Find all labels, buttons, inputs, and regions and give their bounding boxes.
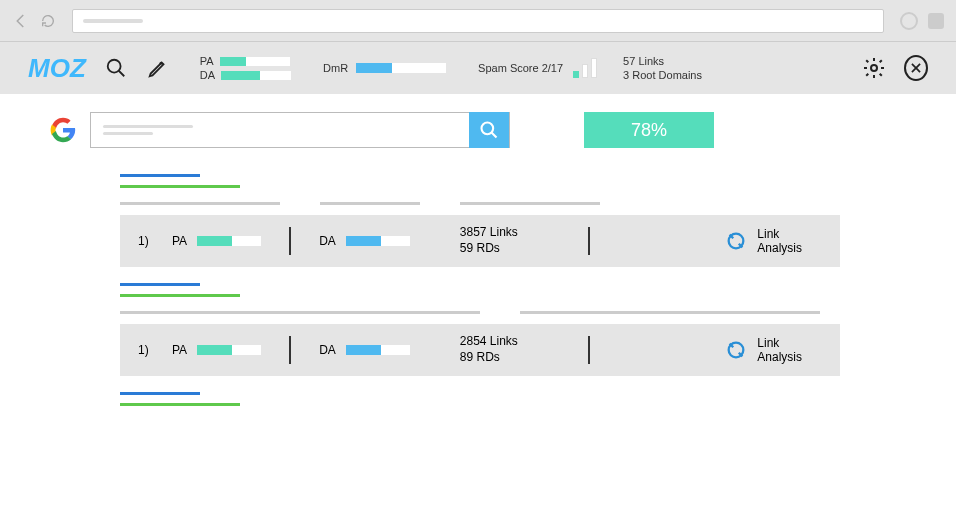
result-desc-placeholder <box>320 202 420 205</box>
url-bar[interactable] <box>72 9 884 33</box>
pa-da-group: PA DA <box>200 55 291 81</box>
links-col: 3857 Links 59 RDs <box>460 225 518 256</box>
chrome-square-icon <box>928 13 944 29</box>
svg-line-6 <box>492 133 497 138</box>
dmr-group: DmR <box>323 62 446 74</box>
result-url-placeholder <box>120 403 240 406</box>
da-bar <box>346 236 410 246</box>
result-block: 1) PA DA 2854 Links 89 RDs Link Analysis <box>120 283 906 376</box>
root-domains-count: 3 Root Domains <box>623 68 702 82</box>
pa-label: PA <box>172 343 187 357</box>
da-label: DA <box>200 69 215 81</box>
pa-bar <box>197 236 261 246</box>
spam-score: Spam Score 2/17 <box>478 58 597 78</box>
da-bar <box>221 71 291 80</box>
da-label: DA <box>319 234 336 248</box>
links-count: 57 Links <box>623 54 702 68</box>
gear-icon[interactable] <box>862 56 886 80</box>
links-col: 2854 Links 89 RDs <box>460 334 518 365</box>
svg-point-5 <box>482 123 494 135</box>
result-index: 1) <box>138 343 162 357</box>
result-desc-placeholder <box>460 202 600 205</box>
dmr-label: DmR <box>323 62 348 74</box>
spam-label: Spam Score 2/17 <box>478 62 563 74</box>
link-analysis-label: Link Analysis <box>757 336 802 365</box>
chrome-circle-icon <box>900 12 918 30</box>
close-icon[interactable] <box>904 56 928 80</box>
refresh-icon[interactable] <box>40 13 56 29</box>
result-title-placeholder <box>120 283 200 286</box>
result-url-placeholder <box>120 294 240 297</box>
pa-fill <box>220 57 247 66</box>
separator <box>289 227 291 255</box>
search-button[interactable] <box>469 112 509 148</box>
result-block: 1) PA DA 3857 Links 59 RDs Link Analysis <box>120 174 906 267</box>
search-input[interactable] <box>91 125 469 135</box>
pa-bar <box>197 345 261 355</box>
result-desc-placeholder <box>120 202 280 205</box>
link-analysis-button[interactable]: Link Analysis <box>725 227 822 256</box>
pa-label: PA <box>200 55 214 67</box>
links-count: 2854 Links <box>460 334 518 350</box>
back-icon[interactable] <box>12 12 30 30</box>
result-desc-placeholder <box>520 311 820 314</box>
da-label: DA <box>319 343 336 357</box>
result-metrics-bar: 1) PA DA 3857 Links 59 RDs Link Analysis <box>120 215 840 267</box>
results-list: 1) PA DA 3857 Links 59 RDs Link Analysis <box>120 174 906 406</box>
result-metrics-bar: 1) PA DA 2854 Links 89 RDs Link Analysis <box>120 324 840 376</box>
result-block <box>120 392 906 406</box>
separator <box>588 227 590 255</box>
da-bar <box>346 345 410 355</box>
target-icon <box>725 339 747 361</box>
browser-chrome <box>0 0 956 42</box>
result-url-placeholder <box>120 185 240 188</box>
search-row: 78% <box>50 112 906 148</box>
links-count: 3857 Links <box>460 225 518 241</box>
da-fill <box>221 71 260 80</box>
result-desc-placeholder <box>120 311 480 314</box>
dmr-fill <box>356 63 392 73</box>
svg-line-1 <box>119 71 125 77</box>
pa-label: PA <box>172 234 187 248</box>
serp-area: 78% 1) PA DA 3857 Links <box>0 94 956 406</box>
target-icon <box>725 230 747 252</box>
result-title-placeholder <box>120 392 200 395</box>
pa-bar <box>220 57 290 66</box>
percent-badge: 78% <box>584 112 714 148</box>
pencil-icon[interactable] <box>146 56 170 80</box>
separator <box>588 336 590 364</box>
spam-bars-icon <box>573 58 597 78</box>
google-logo-icon <box>50 117 76 143</box>
separator <box>289 336 291 364</box>
result-title-placeholder <box>120 174 200 177</box>
link-analysis-button[interactable]: Link Analysis <box>725 336 822 365</box>
link-analysis-label: Link Analysis <box>757 227 802 256</box>
svg-point-2 <box>871 65 877 71</box>
rds-count: 59 RDs <box>460 241 518 257</box>
svg-point-0 <box>108 60 121 73</box>
rds-count: 89 RDs <box>460 350 518 366</box>
link-summary: 57 Links 3 Root Domains <box>623 54 702 83</box>
dmr-bar <box>356 63 446 73</box>
search-box[interactable] <box>90 112 510 148</box>
moz-logo: MOZ <box>28 53 86 84</box>
result-index: 1) <box>138 234 162 248</box>
search-icon[interactable] <box>104 56 128 80</box>
moz-toolbar: MOZ PA DA DmR Spam Score 2/17 57 Links 3… <box>0 42 956 94</box>
